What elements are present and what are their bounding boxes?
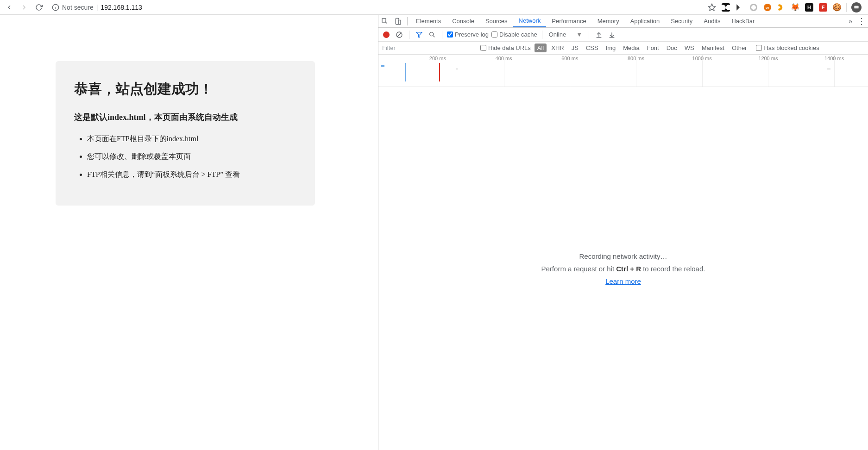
devtools-tabs: Elements Console Sources Network Perform… <box>378 15 868 28</box>
network-toolbar: Preserve log Disable cache Online ▼ <box>378 28 868 42</box>
info-list: 本页面在FTP根目录下的index.html 您可以修改、删除或覆盖本页面 FT… <box>74 134 296 180</box>
network-empty-state: Recording network activity… Perform a re… <box>378 87 868 450</box>
filter-type-media[interactable]: Media <box>620 44 642 52</box>
svg-rect-4 <box>854 6 858 8</box>
extension-icon[interactable]: 🍪 <box>832 3 842 12</box>
reload-button[interactable] <box>33 2 44 13</box>
timeline-mark: 800 ms <box>628 56 644 61</box>
tab-elements[interactable]: Elements <box>410 15 447 27</box>
timeline-mark: 1000 ms <box>692 56 712 61</box>
tab-console[interactable]: Console <box>447 15 480 27</box>
timeline-mark: 200 ms <box>429 56 446 61</box>
profile-avatar[interactable] <box>851 2 862 12</box>
hide-data-urls-checkbox[interactable]: Hide data URLs <box>480 44 531 51</box>
timeline-marker <box>405 63 406 81</box>
blocked-cookies-checkbox[interactable]: Has blocked cookies <box>756 44 819 51</box>
filter-type-all[interactable]: All <box>535 44 547 52</box>
extension-icon[interactable] <box>749 3 758 12</box>
timeline-mark: 600 ms <box>561 56 578 61</box>
svg-marker-10 <box>416 32 422 37</box>
tab-sources[interactable]: Sources <box>480 15 513 27</box>
disable-cache-checkbox[interactable]: Disable cache <box>491 31 537 38</box>
info-icon <box>52 4 59 11</box>
learn-more-link[interactable]: Learn more <box>605 277 641 285</box>
devtools-panel: Elements Console Sources Network Perform… <box>378 15 868 450</box>
upload-har-icon[interactable] <box>594 30 604 40</box>
more-tabs-icon[interactable]: » <box>846 18 855 25</box>
filter-type-xhr[interactable]: XHR <box>548 44 566 52</box>
filter-toggle-icon[interactable] <box>414 30 424 40</box>
tab-memory[interactable]: Memory <box>592 15 625 27</box>
tab-network[interactable]: Network <box>513 15 547 27</box>
page-content: 恭喜，站点创建成功！ 这是默认index.html，本页面由系统自动生成 本页面… <box>0 15 378 450</box>
filter-type-ws[interactable]: WS <box>682 44 697 52</box>
filter-type-font[interactable]: Font <box>644 44 662 52</box>
svg-line-12 <box>433 35 434 37</box>
hint-text: Perform a request or hit Ctrl + R to rec… <box>541 265 705 273</box>
tab-hackbar[interactable]: HackBar <box>726 15 760 27</box>
list-item: FTP相关信息，请到“面板系统后台 > FTP” 查看 <box>87 169 296 180</box>
forward-button[interactable] <box>19 2 30 13</box>
list-item: 您可以修改、删除或覆盖本页面 <box>87 151 296 162</box>
tab-audits[interactable]: Audits <box>698 15 726 27</box>
filter-type-manifest[interactable]: Manifest <box>699 44 727 52</box>
list-item: 本页面在FTP根目录下的index.html <box>87 134 296 144</box>
recording-label: Recording network activity… <box>579 252 667 260</box>
timeline-bar <box>456 69 458 69</box>
extension-icon[interactable]: F <box>818 3 828 12</box>
filter-type-css[interactable]: CSS <box>583 44 601 52</box>
page-title: 恭喜，站点创建成功！ <box>74 80 296 99</box>
svg-line-9 <box>397 33 401 37</box>
back-button[interactable] <box>4 2 15 13</box>
throttle-select[interactable]: Online ▼ <box>547 31 584 38</box>
device-icon[interactable] <box>391 15 404 28</box>
record-button[interactable] <box>381 30 391 40</box>
extension-icon[interactable]: ∞ <box>763 3 772 12</box>
welcome-card: 恭喜，站点创建成功！ 这是默认index.html，本页面由系统自动生成 本页面… <box>56 61 315 206</box>
extension-icon[interactable] <box>777 3 786 12</box>
preserve-log-checkbox[interactable]: Preserve log <box>447 31 489 38</box>
filter-input[interactable] <box>378 42 480 54</box>
url-text: 192.168.1.113 <box>101 4 142 11</box>
extension-icon[interactable] <box>735 3 744 12</box>
svg-marker-3 <box>709 4 716 10</box>
devtools-menu-icon[interactable]: ⋮ <box>855 15 868 28</box>
search-icon[interactable] <box>427 30 437 40</box>
chevron-down-icon: ▼ <box>576 31 582 38</box>
download-har-icon[interactable] <box>607 30 617 40</box>
timeline-marker <box>439 63 440 81</box>
timeline-mark: 1400 ms <box>824 56 844 61</box>
timeline-mark: 1200 ms <box>758 56 778 61</box>
extension-icon[interactable]: ⬤⬤ <box>721 3 730 12</box>
filter-row: Hide data URLs All XHR JS CSS Img Media … <box>378 42 868 55</box>
browser-toolbar: Not secure | 192.168.1.113 ⬤⬤ ∞ 🦊 H F 🍪 <box>0 0 868 15</box>
filter-type-img[interactable]: Img <box>603 44 619 52</box>
inspect-icon[interactable] <box>378 15 391 28</box>
filter-type-other[interactable]: Other <box>729 44 750 52</box>
timeline-bar <box>827 69 830 69</box>
tab-security[interactable]: Security <box>665 15 698 27</box>
security-label: Not secure <box>62 4 94 11</box>
extension-icons: ⬤⬤ ∞ 🦊 H F 🍪 <box>707 2 864 12</box>
address-bar[interactable]: Not secure | 192.168.1.113 <box>48 1 146 14</box>
timeline-mark: 400 ms <box>496 56 512 61</box>
page-subtitle: 这是默认index.html，本页面由系统自动生成 <box>74 112 296 123</box>
extension-icon[interactable]: 🦊 <box>791 3 800 12</box>
timeline[interactable]: 200 ms 400 ms 600 ms 800 ms 1000 ms 1200… <box>378 55 868 87</box>
timeline-bar <box>381 65 384 67</box>
extension-icon[interactable]: H <box>805 3 814 12</box>
filter-type-doc[interactable]: Doc <box>664 44 680 52</box>
tab-application[interactable]: Application <box>625 15 666 27</box>
filter-type-js[interactable]: JS <box>569 44 581 52</box>
star-icon[interactable] <box>707 3 717 12</box>
tab-performance[interactable]: Performance <box>546 15 591 27</box>
clear-button[interactable] <box>394 30 404 40</box>
